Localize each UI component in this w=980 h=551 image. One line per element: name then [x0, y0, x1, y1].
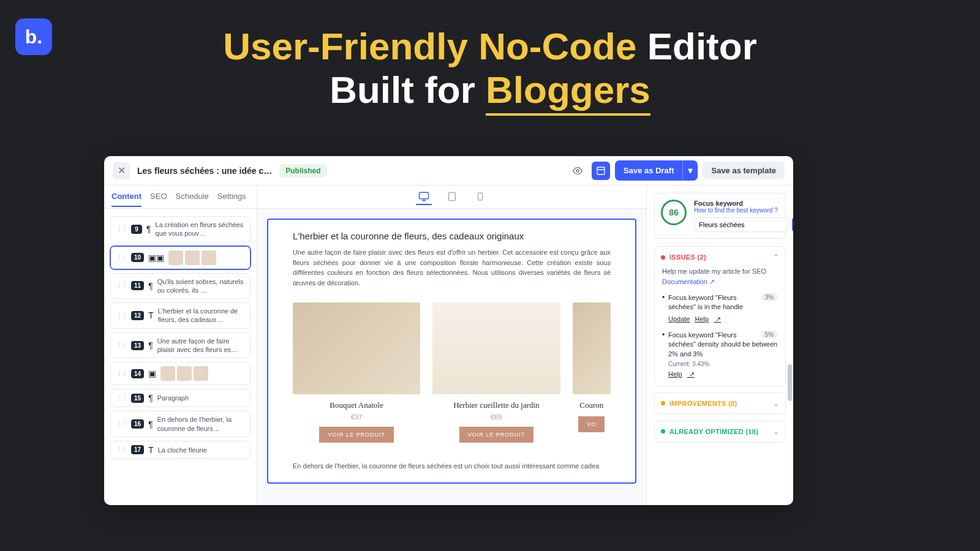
drag-icon[interactable]: ⋮⋮ — [116, 420, 127, 428]
hero-gold-1: User-Friendly No-Code — [223, 25, 636, 67]
product-image — [573, 302, 611, 394]
block-item[interactable]: ⋮⋮17TLa cloche fleurie — [110, 441, 251, 459]
drag-icon[interactable]: ⋮⋮ — [116, 282, 127, 290]
optimized-header[interactable]: ALREADY OPTIMIZED (18) ⌄ — [655, 421, 785, 442]
block-thumbs — [168, 250, 216, 265]
product-image — [293, 302, 420, 394]
dot-icon — [661, 429, 665, 433]
svg-rect-6 — [448, 192, 455, 200]
block-num: 16 — [131, 419, 144, 429]
canvas[interactable]: L'herbier et la couronne de fleurs, des … — [257, 209, 646, 505]
layout-icon[interactable] — [592, 162, 610, 180]
apply-button[interactable]: Apply — [792, 217, 793, 232]
block-text: L'herbier et la couronne de fleurs, des … — [158, 307, 245, 324]
page-paragraph: Une autre façon de faire plaisir avec de… — [293, 247, 611, 288]
block-item[interactable]: ⋮⋮15¶Paragraph — [110, 389, 251, 407]
block-text: La cloche fleurie — [158, 446, 245, 454]
issues-body: Help me update my article for SEO Docume… — [655, 268, 785, 386]
product-card[interactable]: Herbier cueillette du jardin €65 VOIR LE… — [432, 302, 560, 443]
documentation-link[interactable]: Documentation ↗ — [662, 278, 715, 285]
focus-keyword-label: Focus keyword — [694, 200, 793, 207]
block-item[interactable]: ⋮⋮13¶Une autre façon de faire plaisir av… — [110, 332, 251, 359]
block-type-icon: ¶ — [148, 393, 153, 403]
block-item[interactable]: ⋮⋮16¶En dehors de l'herbier, la couronne… — [110, 411, 251, 437]
tab-content[interactable]: Content — [111, 187, 141, 207]
issue-item: 5% Focus keyword "Fleurs séchées" densit… — [662, 331, 778, 378]
sidebar-tabs: Content SEO Schedule Settings — [104, 186, 257, 209]
update-link[interactable]: Update — [668, 315, 690, 323]
page-preview[interactable]: L'herbier et la couronne de fleurs, des … — [267, 219, 636, 484]
keyword-help-link[interactable]: How to find the best keyword ? — [694, 207, 793, 214]
close-button[interactable]: ✕ — [113, 162, 130, 179]
issue-pct: 5% — [761, 331, 778, 339]
block-num: 10 — [131, 253, 144, 262]
issue-pct: 3% — [761, 293, 778, 301]
scrollbar[interactable] — [788, 364, 792, 401]
device-tablet-icon[interactable] — [444, 189, 460, 205]
block-type-icon: T — [148, 445, 154, 455]
product-image — [432, 302, 560, 394]
block-num: 13 — [131, 341, 144, 350]
image-icon: ▣ — [148, 369, 156, 378]
block-type-icon: T — [148, 310, 154, 320]
block-text: En dehors de l'herbier, la couronne de f… — [157, 415, 245, 433]
block-num: 11 — [131, 281, 144, 290]
image-icon: ▣▣ — [148, 253, 164, 263]
help-link[interactable]: Help ↗ — [695, 315, 721, 323]
block-list[interactable]: ⋮⋮9¶La création en fleurs séchées que vo… — [104, 209, 257, 505]
block-text: Une autre façon de faire plaisir avec de… — [157, 337, 245, 354]
product-name: Bouquet Anatole — [293, 400, 420, 410]
device-desktop-icon[interactable] — [416, 189, 432, 205]
dot-icon — [661, 255, 665, 260]
save-draft-split: Save as Draft ▾ — [615, 160, 698, 181]
block-num: 12 — [131, 311, 144, 320]
drag-icon[interactable]: ⋮⋮ — [116, 342, 127, 350]
improvements-header[interactable]: IMPROVEMENTS (0) ⌄ — [655, 393, 785, 414]
block-item[interactable]: ⋮⋮11¶Qu'ils soient sobres, naturels ou c… — [110, 273, 251, 299]
product-name: Couron — [573, 400, 611, 410]
issues-accordion: ISSUES (2) ⌃ Help me update my article f… — [654, 246, 786, 386]
product-button[interactable]: VOIR LE PRODUIT — [319, 427, 394, 443]
block-item[interactable]: ⋮⋮10▣▣ — [110, 246, 251, 269]
optimized-title: ALREADY OPTIMIZED (18) — [669, 428, 769, 435]
sidebar: Content SEO Schedule Settings ⋮⋮9¶La cré… — [104, 186, 257, 505]
tab-settings[interactable]: Settings — [217, 187, 246, 207]
svg-rect-1 — [597, 167, 605, 174]
issue-item: 3% Focus keyword "Fleurs séchées" is in … — [662, 293, 778, 323]
drag-icon[interactable]: ⋮⋮ — [116, 253, 127, 261]
device-mobile-icon[interactable] — [472, 189, 488, 205]
drag-icon[interactable]: ⋮⋮ — [116, 446, 127, 454]
drag-icon[interactable]: ⋮⋮ — [116, 394, 127, 402]
issues-header[interactable]: ISSUES (2) ⌃ — [655, 247, 785, 268]
product-button[interactable]: VO — [578, 416, 605, 432]
product-card[interactable]: Bouquet Anatole €37 VOIR LE PRODUIT — [293, 302, 420, 443]
block-text: La création en fleurs séchées que vous p… — [156, 220, 245, 238]
block-type-icon: ¶ — [148, 340, 153, 350]
tab-schedule[interactable]: Schedule — [176, 187, 209, 207]
block-item[interactable]: ⋮⋮14▣ — [110, 362, 251, 385]
drag-icon[interactable]: ⋮⋮ — [116, 370, 127, 378]
block-num: 17 — [131, 445, 144, 454]
block-type-icon: ¶ — [148, 419, 153, 429]
product-button[interactable]: VOIR LE PRODUIT — [459, 427, 534, 443]
block-item[interactable]: ⋮⋮9¶La création en fleurs séchées que vo… — [110, 216, 251, 242]
block-text: Qu'ils soient sobres, naturels ou coloré… — [157, 277, 245, 295]
block-num: 14 — [131, 369, 144, 378]
save-draft-button[interactable]: Save as Draft — [615, 160, 682, 181]
drag-icon[interactable]: ⋮⋮ — [116, 225, 127, 233]
editor-window: ✕ Les fleurs séchées : une idée c… Publi… — [104, 156, 793, 505]
keyword-input[interactable] — [694, 217, 788, 232]
block-item[interactable]: ⋮⋮12TL'herbier et la couronne de fleurs,… — [110, 302, 251, 329]
preview-icon[interactable] — [568, 162, 587, 180]
tab-seo[interactable]: SEO — [150, 187, 167, 207]
hero-gold-2: Bloggers — [486, 68, 650, 115]
page-footer-text: En dehors de l'herbier, la couronne de f… — [293, 461, 611, 471]
help-link[interactable]: Help ↗ — [668, 370, 695, 378]
drag-icon[interactable]: ⋮⋮ — [116, 312, 127, 320]
product-card[interactable]: Couron VO — [573, 302, 611, 443]
save-draft-caret[interactable]: ▾ — [682, 160, 698, 181]
chevron-down-icon: ⌄ — [773, 399, 779, 408]
optimized-accordion: ALREADY OPTIMIZED (18) ⌄ — [654, 421, 786, 443]
save-template-button[interactable]: Save as template — [703, 162, 785, 179]
chevron-up-icon: ⌃ — [773, 253, 779, 261]
